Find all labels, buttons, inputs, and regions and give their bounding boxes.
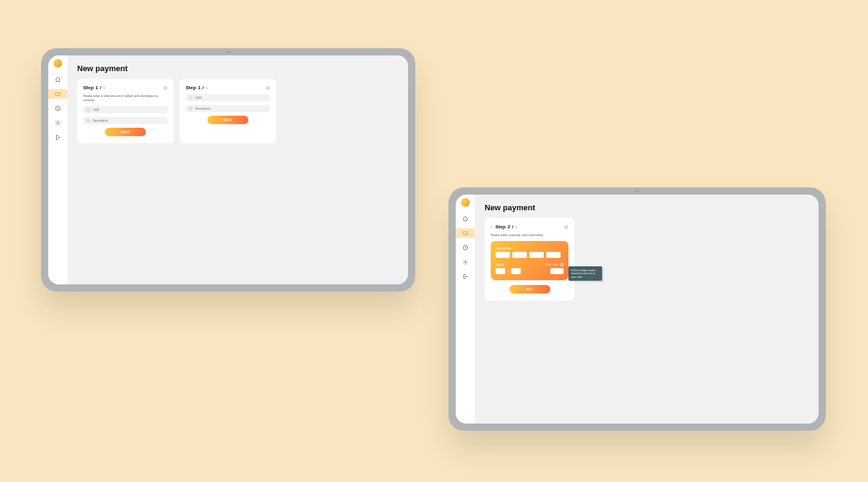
card-row: Step 1 / 3 ⊘ Please enter a valid amount… (77, 79, 398, 143)
validity-month-input[interactable] (495, 268, 505, 274)
sidebar-item-settings[interactable] (456, 257, 475, 267)
sidebar-item-wallet[interactable] (456, 228, 475, 238)
sidebar-item-logout[interactable] (456, 272, 475, 281)
step-current: 2 (508, 224, 510, 230)
sidebar-item-wallet[interactable] (48, 89, 68, 99)
description-input[interactable] (195, 107, 268, 110)
clear-step-button[interactable]: ⊘ (163, 86, 168, 90)
home-icon (462, 213, 468, 224)
camera-dot (227, 51, 230, 53)
cvc-input[interactable] (550, 268, 564, 274)
step-current: 1 (95, 85, 98, 90)
svg-rect-0 (55, 93, 60, 96)
page-title: New payment (485, 203, 809, 212)
app-logo (54, 59, 62, 67)
home-icon (55, 74, 61, 85)
sidebar (48, 55, 68, 284)
device-frame-a: New payment Step 1 / 3 ⊘ Please enter a … (41, 48, 415, 292)
screen-b: New payment ‹ Step 2 / 3 ⊘ Please enter … (456, 195, 819, 424)
clock-icon (55, 103, 61, 114)
device-frame-b: New payment ‹ Step 2 / 3 ⊘ Please enter … (448, 187, 826, 431)
amount-field[interactable] (83, 106, 168, 113)
note-icon (188, 106, 193, 111)
step-current: 1 (198, 85, 200, 90)
card-number-label: Card number (495, 247, 564, 250)
sidebar-item-logout[interactable] (48, 133, 68, 142)
clock-icon (462, 242, 468, 253)
sidebar-item-home[interactable] (48, 75, 68, 84)
credit-card-form: Card number Validity (491, 241, 568, 280)
gear-icon (55, 117, 61, 128)
camera-dot (635, 190, 639, 192)
note-icon (86, 118, 90, 123)
card-number-seg-2[interactable] (512, 252, 527, 258)
svg-point-4 (189, 96, 191, 98)
validity-year-input[interactable] (511, 268, 521, 274)
sidebar-item-home[interactable] (456, 214, 475, 224)
sidebar-item-settings[interactable] (48, 118, 68, 128)
step2-card: ‹ Step 2 / 3 ⊘ Please enter customer car… (485, 218, 574, 301)
card-number-seg-4[interactable] (546, 252, 561, 258)
sidebar-item-history[interactable] (456, 243, 475, 252)
step-total: 3 (206, 86, 207, 90)
description-field[interactable] (186, 105, 270, 112)
cvc-tooltip: It'll be a 3 digit number located on the… (568, 266, 602, 281)
amount-input[interactable] (93, 108, 165, 111)
screen-a: New payment Step 1 / 3 ⊘ Please enter a … (48, 55, 408, 284)
clear-step-button[interactable]: ⊘ (564, 225, 568, 230)
amount-field[interactable] (186, 94, 270, 101)
currency-icon (188, 95, 193, 100)
validity-label: Validity (495, 263, 521, 266)
step-total: 3 (515, 225, 517, 229)
logout-icon (55, 132, 61, 143)
gear-icon (462, 257, 468, 268)
step-divider: / (203, 85, 204, 90)
sidebar-item-history[interactable] (48, 104, 68, 113)
step1-card-no-hint: Step 1 / 3 ⊘ (180, 79, 276, 143)
content-area: New payment ‹ Step 2 / 3 ⊘ Please enter … (475, 195, 819, 424)
description-field[interactable] (83, 117, 168, 124)
cvc-help-icon[interactable]: ? (560, 263, 564, 266)
next-button[interactable]: NEXT (207, 116, 248, 124)
amount-input[interactable] (195, 96, 268, 99)
card-number-seg-3[interactable] (529, 252, 544, 258)
svg-point-7 (465, 261, 467, 263)
sidebar (456, 195, 475, 424)
logout-icon (462, 271, 468, 282)
pay-button[interactable]: PAY (509, 285, 550, 293)
page-title: New payment (77, 64, 398, 73)
wallet-icon (462, 228, 468, 239)
back-button[interactable]: ‹ (491, 224, 492, 230)
step-total: 3 (103, 86, 105, 90)
validity-separator: / (508, 269, 509, 273)
step-divider: / (100, 85, 101, 90)
step-label: Step (83, 85, 93, 90)
description-input[interactable] (93, 119, 165, 122)
card-number-seg-1[interactable] (495, 252, 510, 258)
step-divider: / (512, 224, 513, 230)
cvc-label: CVC / CVV (545, 263, 559, 266)
app-logo (461, 198, 470, 207)
content-area: New payment Step 1 / 3 ⊘ Please enter a … (68, 55, 408, 284)
next-button[interactable]: NEXT (105, 128, 146, 136)
step-label: Step (495, 224, 506, 230)
currency-icon (86, 107, 90, 112)
step1-instruction: Please enter a valid amount in dollars a… (83, 94, 168, 102)
step2-instruction: Please enter customer card information (491, 233, 568, 237)
step-label: Step (186, 85, 196, 90)
clear-step-button[interactable]: ⊘ (265, 86, 270, 90)
svg-point-2 (57, 122, 59, 124)
svg-rect-5 (463, 232, 468, 235)
step1-card-with-hint: Step 1 / 3 ⊘ Please enter a valid amount… (77, 79, 174, 143)
svg-point-3 (87, 108, 89, 110)
wallet-icon (55, 89, 61, 99)
